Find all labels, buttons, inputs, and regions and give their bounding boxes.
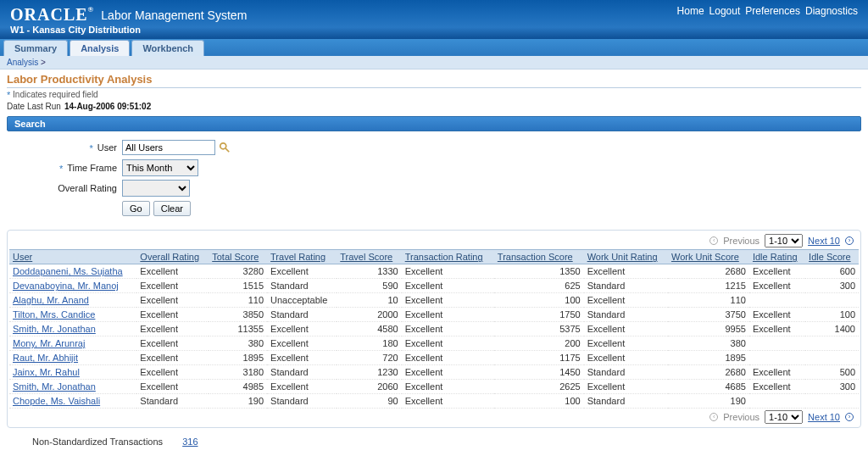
user-link[interactable]: Devanaboyina, Mr. Manoj bbox=[13, 281, 119, 291]
user-link[interactable]: Alaghu, Mr. Anand bbox=[13, 295, 89, 305]
table-row: Jainx, Mr. RahulExcellent3180Standard123… bbox=[9, 365, 859, 380]
tab-summary[interactable]: Summary bbox=[3, 40, 68, 56]
go-button[interactable]: Go bbox=[122, 201, 150, 216]
app-title: Labor Management System bbox=[101, 8, 247, 22]
col-is[interactable]: Idle Score bbox=[805, 250, 859, 264]
search-form: * User * Time Frame This Month Overall R… bbox=[7, 131, 861, 225]
prev-icon-bottom: ‹ bbox=[709, 413, 718, 421]
app-header: ORACLE® Labor Management System W1 - Kan… bbox=[0, 0, 868, 39]
user-input[interactable] bbox=[122, 140, 215, 155]
svg-point-0 bbox=[220, 143, 226, 149]
timeframe-label: Time Frame bbox=[67, 163, 117, 173]
user-link[interactable]: Jainx, Mr. Rahul bbox=[13, 367, 80, 377]
col-tr[interactable]: Travel Rating bbox=[267, 250, 337, 264]
prev-icon: ‹ bbox=[709, 236, 718, 245]
non-standardized: Non-Standardized Transactions 316 bbox=[32, 437, 861, 447]
col-tvs[interactable]: Travel Score bbox=[337, 250, 401, 264]
crumb-analysis[interactable]: Analysis bbox=[7, 58, 38, 67]
pager-top: ‹ Previous 1-10 Next 10 › bbox=[9, 232, 859, 249]
user-link[interactable]: Tilton, Mrs. Candice bbox=[13, 309, 95, 320]
col-xr[interactable]: Transaction Rating bbox=[402, 250, 494, 264]
next-link-bottom[interactable]: Next 10 bbox=[808, 412, 840, 422]
table-row: Tilton, Mrs. CandiceExcellent3850Standar… bbox=[9, 308, 859, 322]
col-or[interactable]: Overall Rating bbox=[136, 250, 209, 264]
col-wr[interactable]: Work Unit Rating bbox=[584, 250, 668, 264]
asterisk-icon: * bbox=[7, 90, 10, 100]
user-link[interactable]: Smith, Mr. Jonathan bbox=[13, 324, 96, 334]
col-xs[interactable]: Transaction Score bbox=[494, 250, 584, 264]
home-link[interactable]: Home bbox=[677, 5, 704, 17]
table-row: Chopde, Ms. VaishaliStandard190Standard9… bbox=[9, 394, 859, 409]
table-row: Doddapaneni, Ms. SujathaExcellent3280Exc… bbox=[9, 264, 859, 279]
table-row: Mony, Mr. ArunrajExcellent380Excellent18… bbox=[9, 336, 859, 351]
search-header: Search bbox=[7, 116, 861, 131]
tab-workbench[interactable]: Workbench bbox=[131, 40, 204, 56]
next-link-top[interactable]: Next 10 bbox=[808, 236, 840, 246]
table-row: Smith, Mr. JonathanExcellent4985Excellen… bbox=[9, 380, 859, 394]
page-title: Labor Productivity Analysis bbox=[7, 73, 861, 88]
rating-label: Overall Rating bbox=[58, 183, 117, 193]
next-icon[interactable]: › bbox=[845, 236, 854, 245]
clear-button[interactable]: Clear bbox=[153, 201, 191, 216]
top-links: Home Logout Preferences Diagnostics bbox=[677, 5, 858, 17]
table-row: Smith, Mr. JonathanExcellent11355Excelle… bbox=[9, 322, 859, 336]
user-label: User bbox=[97, 142, 117, 153]
tab-analysis[interactable]: Analysis bbox=[70, 40, 130, 56]
preferences-link[interactable]: Preferences bbox=[745, 5, 800, 17]
table-row: Alaghu, Mr. AnandExcellent110Unacceptabl… bbox=[9, 293, 859, 308]
oracle-logo: ORACLE® bbox=[10, 5, 94, 25]
logout-link[interactable]: Logout bbox=[709, 5, 741, 17]
rating-select[interactable] bbox=[122, 180, 190, 197]
diagnostics-link[interactable]: Diagnostics bbox=[805, 5, 858, 17]
results-table: UserOverall RatingTotal ScoreTravel Rati… bbox=[9, 249, 859, 409]
col-user[interactable]: User bbox=[9, 250, 136, 264]
app-subtitle: W1 - Kansas City Distribution bbox=[10, 25, 247, 35]
user-link[interactable]: Chopde, Ms. Vaishali bbox=[13, 396, 100, 406]
timeframe-select[interactable]: This Month bbox=[122, 159, 198, 176]
user-link[interactable]: Mony, Mr. Arunraj bbox=[13, 338, 85, 348]
lookup-icon[interactable] bbox=[219, 142, 231, 153]
tab-bar: Summary Analysis Workbench bbox=[0, 39, 868, 56]
breadcrumb: Analysis > bbox=[0, 56, 868, 70]
col-ir[interactable]: Idle Rating bbox=[749, 250, 805, 264]
user-link[interactable]: Raut, Mr. Abhijit bbox=[13, 353, 78, 363]
required-note: * Indicates required field bbox=[7, 90, 861, 100]
col-ts[interactable]: Total Score bbox=[209, 250, 267, 264]
pager-bottom: ‹ Previous 1-10 Next 10 › bbox=[9, 409, 859, 425]
next-icon-bottom[interactable]: › bbox=[845, 413, 854, 421]
range-select-top[interactable]: 1-10 bbox=[765, 234, 803, 247]
nonstd-link[interactable]: 316 bbox=[182, 437, 198, 447]
user-link[interactable]: Smith, Mr. Jonathan bbox=[13, 381, 96, 392]
date-last-run: Date Last Run14-Aug-2006 09:51:02 bbox=[7, 102, 861, 111]
svg-line-1 bbox=[225, 148, 229, 152]
col-ws[interactable]: Work Unit Score bbox=[668, 250, 749, 264]
table-row: Raut, Mr. AbhijitExcellent1895Excellent7… bbox=[9, 351, 859, 365]
range-select-bottom[interactable]: 1-10 bbox=[765, 410, 803, 424]
user-link[interactable]: Doddapaneni, Ms. Sujatha bbox=[13, 266, 123, 276]
table-row: Devanaboyina, Mr. ManojExcellent1515Stan… bbox=[9, 279, 859, 293]
prev-link-disabled: Previous bbox=[723, 236, 760, 246]
prev-link-disabled-bottom: Previous bbox=[723, 412, 760, 422]
